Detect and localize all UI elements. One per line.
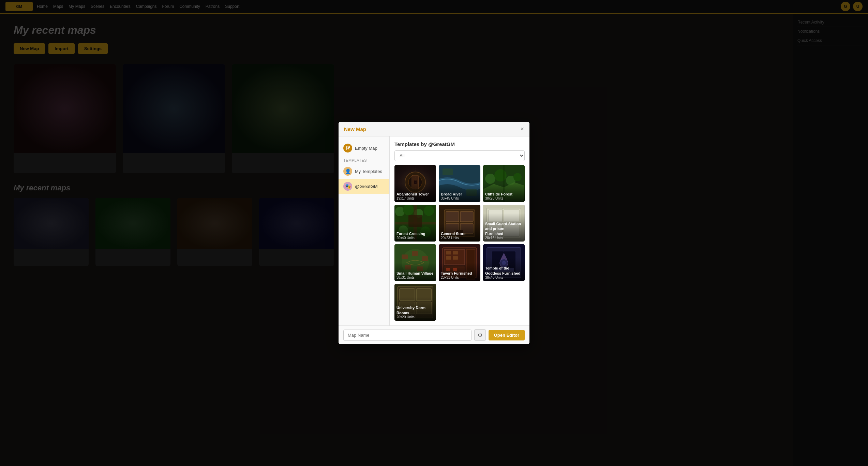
svg-rect-23 [446,212,459,222]
village-name: Small Human Village [396,271,434,276]
modal-close-button[interactable]: × [520,126,524,132]
svg-point-10 [494,169,507,181]
forest-name: Forest Crossing [396,231,434,236]
forest-info: Forest Crossing 20x40 Units [394,223,436,242]
modal-header: New Map × [339,122,529,136]
cliffside-name: Cliffside Forest [485,192,523,196]
tavern-size: 20x31 Units [441,276,478,279]
template-card-guard-station[interactable]: Small Guard Station and prison Furnished… [483,205,525,242]
svg-rect-48 [453,251,458,254]
template-card-abandoned-tower[interactable]: Abandoned Tower 19x17 Units [394,165,436,202]
abandoned-tower-size: 19x17 Units [396,196,434,200]
village-size: 38x31 Units [396,276,434,279]
settings-icon: ⚙ [478,332,482,338]
dorm-name: University Dorm Rooms [396,305,434,315]
templates-section-label: Templates [339,156,389,164]
template-card-tavern[interactable]: Tavern Furnished 20x31 Units [439,244,480,281]
svg-rect-24 [460,212,473,222]
modal-sidebar: 🗺 Empty Map Templates 👤 My Templates 🎭 @… [339,136,390,325]
sidebar-item-empty-map[interactable]: 🗺 Empty Map [339,141,389,156]
open-editor-button[interactable]: Open Editor [489,330,525,340]
temple-size: 38x40 Units [485,276,523,279]
tavern-name: Tavern Furnished [441,271,478,276]
svg-rect-49 [446,256,451,260]
guard-station-info: Small Guard Station and prison Furnished… [483,213,525,242]
empty-map-icon: 🗺 [343,144,352,152]
svg-rect-6 [443,169,453,175]
svg-rect-39 [412,251,418,256]
template-card-forest-crossing[interactable]: Forest Crossing 20x40 Units [394,205,436,242]
svg-rect-47 [446,251,451,254]
greatgm-icon: 🎭 [343,182,352,191]
forest-size: 20x40 Units [396,236,434,240]
my-templates-label: My Templates [355,169,382,174]
section-heading: Templates by @GreatGM [394,141,525,147]
temple-name: Temple of the Goddess Furnished [485,266,523,276]
svg-point-17 [424,206,434,216]
filter-select[interactable]: All Dungeon Outdoor Urban Furnished [394,150,525,161]
general-store-name: General Store [441,231,478,236]
modal-title: New Map [344,126,366,132]
new-map-modal: New Map × 🗺 Empty Map Templates 👤 My Tem… [339,122,529,344]
sidebar-item-my-templates[interactable]: 👤 My Templates [339,164,389,179]
modal-body: 🗺 Empty Map Templates 👤 My Templates 🎭 @… [339,136,529,325]
template-card-cliffside-forest[interactable]: Cliffside Forest 30x20 Units [483,165,525,202]
broad-river-name: Broad River [441,192,478,196]
broad-river-size: 36x45 Units [441,196,478,200]
template-card-village[interactable]: Small Human Village 38x31 Units [394,244,436,281]
map-name-input[interactable] [343,330,472,341]
cliffside-info: Cliffside Forest 30x20 Units [483,184,525,202]
settings-icon-button[interactable]: ⚙ [474,329,486,341]
template-card-dorm[interactable]: University Dorm Rooms 20x20 Units [394,284,436,321]
empty-map-label: Empty Map [355,146,377,151]
sidebar-item-greatgm[interactable]: 🎭 @GreatGM [339,179,389,194]
template-grid: Abandoned Tower 19x17 Units [394,165,525,321]
greatgm-label: @GreatGM [355,184,378,189]
abandoned-tower-info: Abandoned Tower 19x17 Units [394,184,436,202]
general-store-size: 20x23 Units [441,236,478,240]
svg-rect-38 [402,254,408,259]
template-card-temple[interactable]: Temple of the Goddess Furnished 38x40 Un… [483,244,525,281]
modal-footer: ⚙ Open Editor [339,325,529,344]
svg-rect-40 [422,256,428,261]
tavern-info: Tavern Furnished 20x31 Units [439,263,480,281]
template-card-broad-river[interactable]: Broad River 36x45 Units [439,165,480,202]
dorm-size: 20x20 Units [396,315,434,319]
guard-station-size: 20x16 Units [485,236,523,240]
general-store-info: General Store 20x23 Units [439,223,480,242]
cliffside-size: 30x20 Units [485,196,523,200]
svg-point-9 [485,174,495,184]
svg-point-15 [403,205,414,215]
dorm-info: University Dorm Rooms 20x20 Units [394,297,436,321]
modal-overlay: New Map × 🗺 Empty Map Templates 👤 My Tem… [0,0,868,466]
broad-river-info: Broad River 36x45 Units [439,184,480,202]
svg-point-12 [513,173,522,181]
temple-info: Temple of the Goddess Furnished 38x40 Un… [483,258,525,281]
my-templates-icon: 👤 [343,167,352,176]
svg-rect-50 [453,256,458,260]
village-info: Small Human Village 38x31 Units [394,263,436,281]
guard-station-name: Small Guard Station and prison Furnished [485,221,523,236]
template-card-general-store[interactable]: General Store 20x23 Units [439,205,480,242]
filter-row: All Dungeon Outdoor Urban Furnished [394,150,525,161]
abandoned-tower-name: Abandoned Tower [396,192,434,196]
modal-main-content: Templates by @GreatGM All Dungeon Outdoo… [390,136,529,325]
